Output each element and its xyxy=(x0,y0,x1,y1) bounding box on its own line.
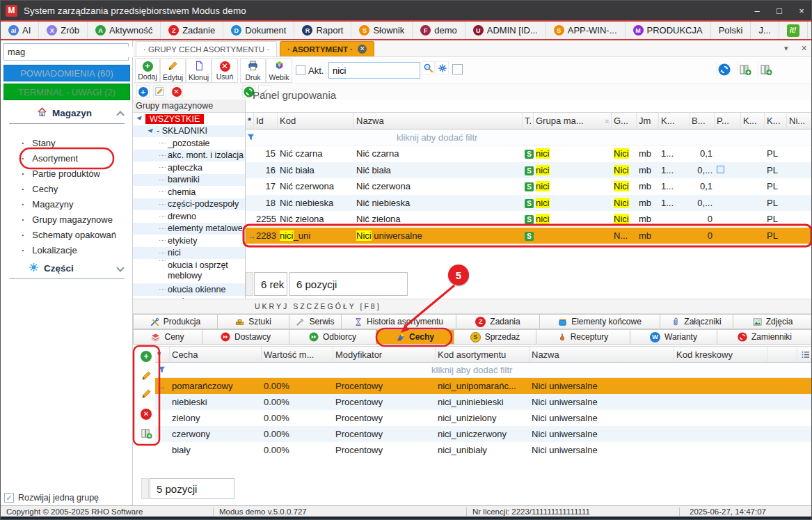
column-header-jm[interactable]: Jm xyxy=(637,113,659,129)
asortyment-search-input[interactable] xyxy=(328,62,420,79)
add-button[interactable]: + Dodaj xyxy=(135,58,160,83)
column-header-modyfikator[interactable]: Modyfikator xyxy=(333,347,436,362)
tree-edit-icon[interactable] xyxy=(153,85,166,98)
tree-item[interactable]: etykiety xyxy=(133,235,245,247)
tab-sprzedaz[interactable]: S Sprzedaż xyxy=(454,329,536,345)
column-header-grupa[interactable]: Grupa ma...≡ xyxy=(534,113,612,129)
tab-ceny[interactable]: Ceny xyxy=(133,329,202,345)
sidebar-item-stany[interactable]: Stany xyxy=(22,136,126,150)
column-header-t[interactable]: T. xyxy=(523,113,534,129)
menu-item-slownik[interactable]: S Słownik xyxy=(351,22,413,39)
column-header-id[interactable]: Id xyxy=(254,113,278,129)
tab-warianty[interactable]: W Warianty xyxy=(630,329,717,345)
detail-filter-row[interactable]: kliknij aby dodać filtr xyxy=(155,363,812,378)
menu-item-produkcja[interactable]: M PRODUKCJA xyxy=(626,22,711,39)
tab-receptury[interactable]: Receptury xyxy=(536,329,630,345)
column-header-ni[interactable]: Ni... xyxy=(787,113,812,129)
column-header-b[interactable]: B... xyxy=(690,113,715,129)
table-row[interactable]: 17Nić czerwonaNić czerwona S niciNici mb… xyxy=(246,178,812,195)
sidebar-item-magazyny[interactable]: Magazyny xyxy=(22,197,126,212)
table-row-selected[interactable]: → 2283 nici_uni Nici uniwersalne S N... … xyxy=(246,228,812,244)
tab-zamienniki[interactable]: Zamienniki xyxy=(717,329,812,345)
tab-grupy-cech-asortymentu[interactable]: · GRUPY CECH ASORTYMENTU · xyxy=(136,41,277,56)
marker-column-header[interactable]: * xyxy=(246,113,254,129)
detail-add-column-icon[interactable] xyxy=(137,425,155,441)
tab-list-dropdown-icon[interactable]: ▾ xyxy=(784,44,788,53)
expand-group-checkbox[interactable]: ✓ Rozwijaj jedną grupę xyxy=(4,493,99,503)
delete-button[interactable]: ✕ Usuń xyxy=(212,58,238,83)
tab-produkcja[interactable]: Produkcja xyxy=(133,314,218,329)
column-header-p[interactable]: P... xyxy=(715,113,741,129)
menu-item-demo[interactable]: F demo xyxy=(413,22,465,39)
table-row[interactable]: 16Nić białaNić biała S niciNici mb1...0,… xyxy=(246,162,812,179)
detail-row-selected[interactable]: → pomarańczowy0.00% Procentowynici_unipo… xyxy=(155,378,812,394)
tree-item[interactable]: chemia xyxy=(133,186,245,198)
column-header-wartosc[interactable]: Wartość m... xyxy=(262,347,333,362)
detail-row[interactable]: czerwony0.00% Procentowynici_uniczerwony… xyxy=(155,426,812,442)
tree-add-icon[interactable]: + xyxy=(136,85,150,98)
detail-add-icon[interactable]: + xyxy=(137,349,155,364)
menu-item-aktywnosc[interactable]: A Aktywność xyxy=(88,22,161,39)
tree-item[interactable]: elementy metalowe xyxy=(133,223,245,235)
sidebar-item-asortyment[interactable]: Asortyment xyxy=(22,151,126,166)
tab-zadania[interactable]: Z Zadania xyxy=(456,314,540,329)
table-row[interactable]: 18Nić niebieskaNić niebieska S niciNici … xyxy=(246,195,812,212)
tab-elementy-koncowe[interactable]: Elementy końcowe xyxy=(540,314,660,329)
tree-item[interactable]: drewno xyxy=(133,210,245,223)
menu-item-zadanie[interactable]: Z Zadanie xyxy=(161,22,223,39)
clone-button[interactable]: Klonuj xyxy=(186,58,212,83)
menu-item-zrob[interactable]: X Zrób xyxy=(39,22,88,39)
tab-sztuki[interactable]: Sztuki xyxy=(218,314,289,329)
sidebar-search-input[interactable] xyxy=(4,47,134,57)
tab-odbiorcy[interactable]: Odbiorcy xyxy=(289,329,376,345)
tab-zdjecia[interactable]: Zdjęcia xyxy=(733,314,812,329)
tab-strip-close-icon[interactable]: ✕ xyxy=(801,44,807,53)
menu-item-language[interactable]: Polski xyxy=(711,22,751,39)
sidebar-item-partie[interactable]: Partie produktów xyxy=(22,166,126,181)
close-button[interactable]: × xyxy=(790,1,812,20)
column-header-k3[interactable]: K... xyxy=(765,113,787,129)
tree-item[interactable]: okucia okienne xyxy=(133,283,245,296)
caret-icon[interactable] xyxy=(136,116,143,121)
menu-item-ai[interactable]: ai AI xyxy=(1,22,39,39)
menu-item-help[interactable]: ? xyxy=(808,22,812,39)
tree-item[interactable]: okucia i osprzęt meblowy xyxy=(133,259,245,283)
caret-icon[interactable] xyxy=(148,129,154,134)
column-header-k2[interactable]: K... xyxy=(741,113,765,129)
edit-button[interactable]: Edytuj xyxy=(160,58,186,83)
column-header-g[interactable]: G... xyxy=(612,113,637,129)
menu-item-j[interactable]: J... xyxy=(751,22,779,39)
tab-cechy[interactable]: Cechy xyxy=(376,329,454,345)
detail-edit-icon[interactable] xyxy=(137,368,155,383)
detail-row[interactable]: niebieski0.00% Procentowynici_uniniebies… xyxy=(155,394,812,410)
search-settings-icon[interactable] xyxy=(436,61,449,74)
details-splitter[interactable]: UKRYJ SZCZEGÓŁY [F8] xyxy=(133,299,812,314)
sidebar-section-czesci[interactable]: Części xyxy=(9,260,125,279)
notifications-button[interactable]: POWIADOMIENIA (60) xyxy=(3,65,130,81)
sidebar-item-grupy[interactable]: Grupy magazynowe xyxy=(22,212,126,227)
grid-filter-row[interactable]: kliknij aby dodać filtr xyxy=(246,129,812,145)
sidebar-item-schematy[interactable]: Schematy opakowań xyxy=(22,228,126,242)
add-view-icon[interactable] xyxy=(758,62,773,77)
tab-asortyment[interactable]: · ASORTYMENT · ✕ xyxy=(280,41,374,56)
detail-delete-icon[interactable]: ✕ xyxy=(137,407,155,422)
refresh-icon[interactable] xyxy=(716,62,731,77)
column-header-nazwa[interactable]: Nazwa xyxy=(530,347,674,362)
webik-button[interactable]: Webik xyxy=(266,58,292,83)
tree-item[interactable]: _pozostałe xyxy=(133,137,245,150)
maximize-button[interactable]: □ xyxy=(768,1,790,20)
sidebar-item-cechy[interactable]: Cechy xyxy=(22,182,126,196)
column-header-kod-kreskowy[interactable]: Kod kreskowy xyxy=(674,347,767,362)
tree-root-wszystkie[interactable]: WSZYSTKIE xyxy=(133,113,245,125)
column-header-nazwa[interactable]: Nazwa xyxy=(354,113,523,129)
column-header-cecha[interactable]: Cecha xyxy=(170,347,262,362)
toolbar-checkbox[interactable] xyxy=(452,64,463,74)
tab-dostawcy[interactable]: Dostawcy xyxy=(202,329,289,345)
detail-edit2-icon[interactable] xyxy=(137,386,155,401)
sidebar-item-lokalizacje[interactable]: Lokalizacje xyxy=(22,243,126,258)
sidebar-section-magazyn[interactable]: Magazyn xyxy=(9,104,125,124)
menu-item-station[interactable]: S APP-WIN-... xyxy=(546,22,626,39)
tab-close-icon[interactable]: ✕ xyxy=(358,45,367,54)
minimize-button[interactable]: – xyxy=(746,1,768,20)
tab-zalaczniki[interactable]: Załączniki xyxy=(660,314,733,329)
